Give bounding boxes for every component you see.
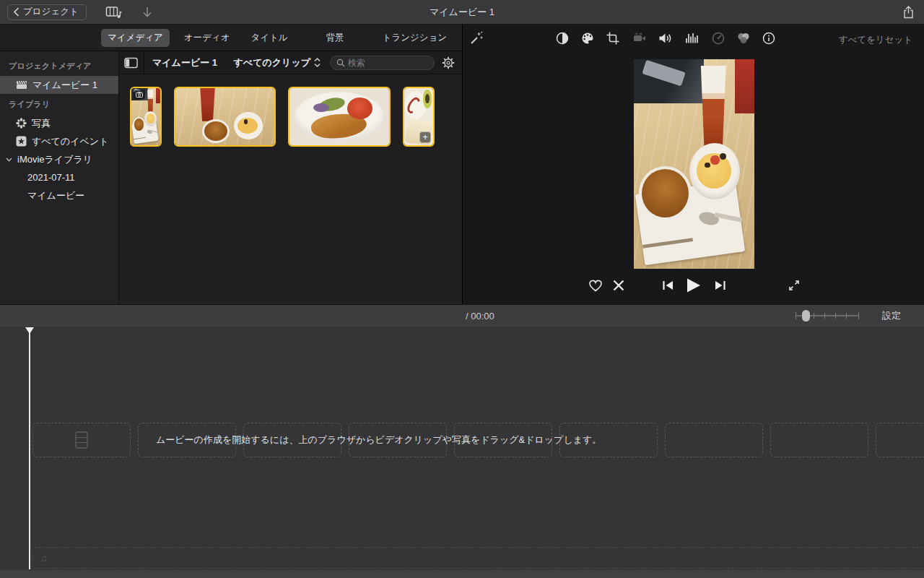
media-browser-icon[interactable] xyxy=(105,5,123,20)
favorite-heart-icon[interactable] xyxy=(588,279,603,292)
timeline-zoom-slider[interactable] xyxy=(796,310,859,322)
sidebar-item-photos[interactable]: 写真 xyxy=(0,114,118,132)
preview-photo xyxy=(634,59,754,269)
search-input[interactable] xyxy=(348,58,428,68)
fullscreen-expand-icon[interactable] xyxy=(788,279,801,292)
reset-all-label[interactable]: すべてをリセット xyxy=(839,34,912,46)
divider xyxy=(144,51,144,74)
add-to-timeline-plus-icon[interactable]: + xyxy=(419,131,431,143)
skip-back-icon[interactable] xyxy=(662,280,674,291)
placeholder-slot[interactable] xyxy=(770,423,868,457)
media-browser-header: マイムービー 1 すべてのクリップ xyxy=(119,51,462,74)
viewer-pane: すべてをリセット xyxy=(462,25,924,304)
sidebar-item-imovie-library[interactable]: iMovieライブラリ xyxy=(0,150,118,168)
color-balance-icon[interactable] xyxy=(555,31,570,46)
timeline: ムービーの作成を開始するには、上のブラウザからビデオクリップや写真をドラッグ&ド… xyxy=(0,327,924,578)
music-note-icon: ♫ xyxy=(40,553,48,564)
sidebar-item-label: マイムービー 1 xyxy=(32,79,97,92)
search-field[interactable] xyxy=(330,56,435,70)
play-icon[interactable] xyxy=(685,277,702,293)
info-icon[interactable] xyxy=(762,31,776,46)
media-clip-1[interactable] xyxy=(130,87,162,147)
tab-backgrounds[interactable]: 背景 xyxy=(320,29,351,47)
camera-badge-icon xyxy=(134,90,145,99)
soup-bowl xyxy=(133,117,146,132)
clip-photo-beer-pour xyxy=(175,88,274,145)
clip-filter-label: すべてのクリップ xyxy=(234,56,310,69)
media-clip-4[interactable]: + xyxy=(403,87,435,147)
chevron-down-icon xyxy=(6,158,12,162)
speed-speedometer-icon[interactable] xyxy=(711,31,725,46)
filmstrip-placeholder-icon xyxy=(75,431,88,449)
chevron-left-icon xyxy=(13,7,19,17)
music-track-placeholder[interactable]: ♫ xyxy=(32,547,924,569)
media-tabbar: マイメディア オーディオ タイトル 背景 トランジション xyxy=(0,25,462,51)
color-correction-palette-icon[interactable] xyxy=(580,31,595,46)
media-clip-3[interactable] xyxy=(288,87,391,147)
media-clip-2[interactable] xyxy=(174,87,276,147)
titlebar: プロジェクト マイムービー 1 xyxy=(0,0,924,25)
sidebar-item-my-movie[interactable]: マイムービー 1 xyxy=(0,76,118,94)
sidebar-item-label: すべてのイベント xyxy=(32,135,108,148)
playhead-line[interactable] xyxy=(29,331,30,569)
sidebar-item-all-events[interactable]: すべてのイベント xyxy=(0,132,118,150)
sidebar-item-label: マイムービー xyxy=(27,189,84,202)
soup-bowl xyxy=(202,119,230,143)
clip-filter-dropdown[interactable]: すべてのクリップ xyxy=(234,56,321,69)
timeline-scrollbar-area[interactable] xyxy=(0,570,924,578)
tab-audio[interactable]: オーディオ xyxy=(178,29,237,47)
projects-back-label: プロジェクト xyxy=(23,6,79,18)
imovie-window: プロジェクト マイムービー 1 xyxy=(0,0,924,578)
noise-equalizer-icon[interactable] xyxy=(684,31,700,46)
media-browser: マイムービー 1 すべてのクリップ xyxy=(119,51,462,304)
background-jacket xyxy=(735,59,754,113)
sidebar-item-label: iMovieライブラリ xyxy=(17,153,92,166)
placeholder-slot[interactable] xyxy=(32,423,131,457)
tab-titles[interactable]: タイトル xyxy=(244,29,294,47)
pudding-bowl xyxy=(689,143,740,199)
viewer-toolbar: すべてをリセット xyxy=(463,25,924,51)
up-down-chevrons-icon xyxy=(313,57,321,68)
project-duration: / 00:00 xyxy=(466,311,494,322)
skip-forward-icon[interactable] xyxy=(714,280,726,291)
soup-bowl xyxy=(639,166,692,220)
tab-transitions[interactable]: トランジション xyxy=(376,29,454,47)
photos-rosette-icon xyxy=(16,118,27,129)
library-header: ライブラリ xyxy=(0,94,118,114)
browser-pane: マイメディア オーディオ タイトル 背景 トランジション プロジェクトメディア xyxy=(0,25,462,304)
projects-back-button[interactable]: プロジェクト xyxy=(7,4,87,20)
import-media-icon[interactable] xyxy=(141,6,153,19)
sidebar-item-my-movie-event[interactable]: マイムービー xyxy=(0,186,118,204)
search-icon xyxy=(336,59,345,67)
library-sidebar: プロジェクトメディア マイムービー 1 ライブラリ xyxy=(0,51,119,304)
share-icon[interactable] xyxy=(903,6,914,19)
volume-speaker-icon[interactable] xyxy=(658,31,674,46)
slider-thumb[interactable] xyxy=(802,310,810,322)
playhead-handle[interactable] xyxy=(25,327,34,334)
sidebar-item-label: 写真 xyxy=(32,117,51,130)
clip-list: + xyxy=(119,74,462,147)
project-media-header: プロジェクトメディア xyxy=(0,56,118,76)
timeline-toolbar: / 00:00 設定 xyxy=(0,304,924,327)
tab-my-media[interactable]: マイメディア xyxy=(101,29,170,47)
timeline-settings-button[interactable]: 設定 xyxy=(882,309,901,322)
reject-x-icon[interactable] xyxy=(612,280,625,291)
star-box-icon xyxy=(16,136,27,147)
playback-controls xyxy=(463,276,924,298)
stabilization-camera-icon[interactable] xyxy=(631,31,647,46)
placeholder-slot[interactable] xyxy=(665,423,763,457)
sidebar-item-label: 2021-07-11 xyxy=(27,172,75,183)
sidebar-toggle-icon[interactable] xyxy=(124,57,138,69)
placeholder-slot[interactable] xyxy=(876,423,924,457)
crop-icon[interactable] xyxy=(606,31,620,46)
browser-settings-gear-icon[interactable] xyxy=(442,56,455,69)
timeline-empty-hint: ムービーの作成を開始するには、上のブラウザからビデオクリップや写真をドラッグ&ド… xyxy=(156,423,601,457)
clapperboard-icon xyxy=(16,80,27,90)
clip-photo-plate xyxy=(289,88,389,145)
pudding-bowl xyxy=(144,111,157,126)
sidebar-item-event-2021-07-11[interactable]: 2021-07-11 xyxy=(0,168,118,186)
browser-title: マイムービー 1 xyxy=(152,56,217,69)
clip-filter-circles-icon[interactable] xyxy=(736,31,751,46)
auto-enhance-wand-icon[interactable] xyxy=(469,31,484,46)
